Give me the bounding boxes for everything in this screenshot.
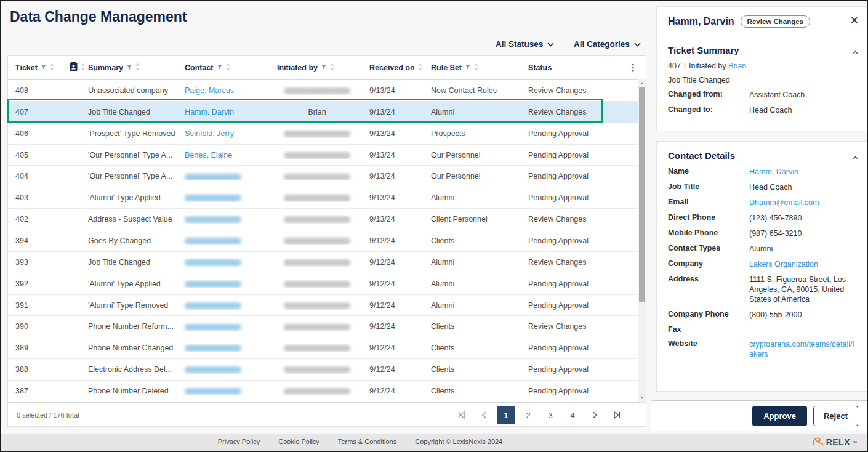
table-row[interactable]: 407 Job Title Changed Hamm, Darvin Brian… bbox=[8, 102, 646, 123]
initiated-by-link[interactable]: Brian bbox=[728, 62, 746, 70]
cell-ticket: 392 bbox=[8, 280, 70, 288]
filter-funnel-icon[interactable] bbox=[217, 63, 223, 72]
blurred-contact bbox=[185, 324, 241, 331]
filter-funnel-icon[interactable] bbox=[465, 63, 471, 72]
reject-button[interactable]: Reject bbox=[813, 406, 858, 426]
last-page-icon[interactable] bbox=[608, 406, 626, 424]
table-options-kebab-icon[interactable]: ⋮ bbox=[627, 62, 640, 73]
table-row[interactable]: 402 Address - Suspect Value 9/13/24 Clie… bbox=[8, 209, 646, 230]
first-page-icon[interactable] bbox=[452, 406, 471, 424]
scrollbar-thumb[interactable] bbox=[639, 87, 645, 302]
cell-received-on: 9/12/24 bbox=[363, 387, 425, 395]
cell-initiated-by bbox=[271, 193, 363, 202]
table-row[interactable]: 388 Electronic Address Del... 9/12/24 Cl… bbox=[8, 359, 646, 381]
table-row[interactable]: 390 Phone Number Reform... 9/12/24 Clien… bbox=[8, 316, 646, 337]
approve-button[interactable]: Approve bbox=[752, 406, 807, 426]
field-value[interactable]: Hamm, Darvin bbox=[749, 167, 858, 177]
field-value[interactable]: Dhamm@email.com bbox=[749, 198, 858, 208]
status-filter-dropdown[interactable]: All Statuses bbox=[496, 39, 554, 49]
footer-link[interactable]: Terms & Conditions bbox=[338, 438, 396, 445]
table-body: 408 Unassociated company Paige, Marcus 9… bbox=[8, 80, 646, 402]
close-icon[interactable]: ✕ bbox=[850, 14, 859, 27]
sort-icon[interactable] bbox=[135, 63, 140, 72]
table-row[interactable]: 408 Unassociated company Paige, Marcus 9… bbox=[8, 80, 646, 102]
cell-contact bbox=[179, 258, 271, 267]
scroll-down-icon[interactable]: ▼ bbox=[640, 394, 645, 402]
next-page-icon[interactable] bbox=[585, 406, 604, 424]
contact-link[interactable]: Paige, Marcus bbox=[185, 86, 234, 95]
blurred-contact bbox=[185, 281, 241, 288]
column-header-ticket[interactable]: Ticket bbox=[8, 63, 70, 72]
blurred-initiated-by bbox=[284, 195, 350, 201]
table-row[interactable]: 392 'Alumni' Type Applied 9/12/24 Alumni… bbox=[8, 273, 646, 295]
contact-link[interactable]: Benes, Elaine bbox=[185, 151, 232, 159]
contact-link[interactable]: Hamm, Darvin bbox=[185, 108, 234, 116]
column-header-status[interactable]: Status bbox=[522, 63, 627, 72]
field-value[interactable]: Lakers Organization bbox=[749, 259, 858, 269]
cell-summary: Phone Number Deleted bbox=[82, 387, 179, 395]
footer-link[interactable]: Privacy Policy bbox=[218, 438, 260, 445]
table-row[interactable]: 406 'Prospect' Type Removed Seinfeld, Je… bbox=[8, 123, 646, 145]
cell-summary: Job Title Changed bbox=[82, 258, 179, 267]
sort-icon[interactable] bbox=[330, 63, 334, 72]
column-header-contact[interactable]: Contact bbox=[179, 63, 271, 72]
cell-ticket: 389 bbox=[8, 344, 70, 352]
cell-rule-set: Prospects bbox=[425, 129, 522, 138]
table-row[interactable]: 387 Phone Number Deleted 9/12/24 Clients… bbox=[8, 381, 646, 402]
table-row[interactable]: 393 Job Title Changed 9/12/24 Alumni Rev… bbox=[8, 252, 646, 273]
cell-rule-set: Clients bbox=[425, 344, 522, 352]
table-row[interactable]: 391 'Alumni' Type Removed 9/12/24 Alumni… bbox=[8, 295, 646, 317]
table-row[interactable]: 403 'Alumni' Type Applied 9/13/24 Alumni… bbox=[8, 187, 646, 209]
column-header-initiated-by[interactable]: Initiated by bbox=[271, 63, 363, 72]
cell-rule-set: Clients bbox=[425, 236, 522, 245]
footer-link[interactable]: Copyright © LexisNexis 2024 bbox=[415, 438, 502, 445]
scroll-up-icon[interactable]: ▲ bbox=[640, 79, 645, 87]
category-filter-dropdown[interactable]: All Categories bbox=[574, 39, 641, 49]
blurred-initiated-by bbox=[284, 152, 350, 159]
cell-rule-set: Clients bbox=[425, 365, 522, 374]
column-header-received-on[interactable]: Received on bbox=[363, 63, 425, 72]
filter-funnel-icon[interactable] bbox=[126, 63, 132, 72]
table-header: Ticket Summary Contact Initiated by bbox=[8, 56, 646, 80]
column-header-contact-card[interactable] bbox=[70, 62, 82, 73]
prev-page-icon[interactable] bbox=[475, 406, 493, 424]
cell-initiated-by bbox=[271, 258, 363, 267]
table-vertical-scrollbar[interactable]: ▲ ▼ bbox=[638, 79, 646, 402]
filter-funnel-icon[interactable] bbox=[41, 63, 47, 72]
footer-link[interactable]: Cookie Policy bbox=[278, 438, 319, 445]
table-row[interactable]: 394 Goes By Changed 9/12/24 Clients Pend… bbox=[8, 230, 646, 252]
sort-icon[interactable] bbox=[226, 63, 230, 72]
cell-rule-set: Alumni bbox=[425, 301, 522, 310]
table-row[interactable]: 405 'Our Personnel' Type A... Benes, Ela… bbox=[8, 145, 646, 166]
cell-received-on: 9/13/24 bbox=[363, 193, 425, 202]
changed-from-row: Changed from: Assistant Coach bbox=[668, 90, 858, 100]
page-button[interactable]: 3 bbox=[541, 406, 560, 424]
field-value: (800) 555-2000 bbox=[749, 310, 858, 320]
cell-initiated-by bbox=[271, 365, 363, 374]
page-button[interactable]: 4 bbox=[563, 406, 582, 424]
cell-summary: Job Title Changed bbox=[82, 108, 179, 116]
sort-icon[interactable] bbox=[474, 63, 478, 72]
chevron-down-icon bbox=[634, 39, 641, 49]
table-row[interactable]: 404 'Our Personnel' Type A... 9/13/24 Ou… bbox=[8, 166, 646, 187]
column-header-summary[interactable]: Summary bbox=[82, 63, 179, 72]
filter-funnel-icon[interactable] bbox=[321, 63, 327, 72]
contact-field-row: Mobile Phone (987) 654-3210 bbox=[668, 228, 858, 238]
cell-contact bbox=[179, 172, 271, 180]
status-filter-label: All Statuses bbox=[496, 39, 543, 49]
collapse-chevron-up-icon[interactable] bbox=[852, 151, 859, 163]
cell-ticket: 388 bbox=[8, 365, 70, 374]
contact-field-row: Company Phone (800) 555-2000 bbox=[668, 310, 858, 320]
cell-received-on: 9/13/24 bbox=[363, 108, 425, 116]
sort-icon[interactable] bbox=[50, 63, 54, 72]
page-button[interactable]: 1 bbox=[497, 406, 515, 424]
field-value[interactable]: cryptoarena.com/teams/detail/lakers bbox=[749, 339, 858, 359]
page-button[interactable]: 2 bbox=[519, 406, 537, 424]
contact-link[interactable]: Seinfeld, Jerry bbox=[185, 129, 234, 138]
cell-summary: Phone Number Reform... bbox=[82, 322, 179, 331]
collapse-chevron-up-icon[interactable] bbox=[852, 46, 859, 57]
column-header-rule-set[interactable]: Rule Set bbox=[425, 63, 522, 72]
table-row[interactable]: 389 Phone Number Changed 9/12/24 Clients… bbox=[8, 337, 646, 359]
cell-initiated-by bbox=[271, 387, 363, 395]
sort-icon[interactable] bbox=[418, 63, 422, 72]
